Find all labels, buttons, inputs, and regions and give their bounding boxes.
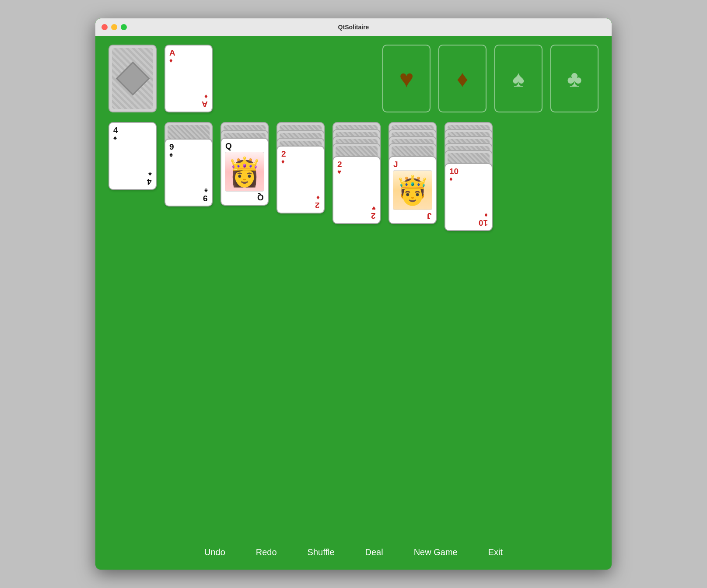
jack-art: 🤴 [393, 170, 432, 210]
foundation-spades-icon: ♠ [512, 66, 525, 92]
waste-rank-br: A [202, 100, 208, 108]
waste-suit-br: ♦ [204, 94, 208, 100]
foundation-clubs-icon: ♣ [567, 66, 582, 92]
foundation-spades[interactable]: ♠ [494, 45, 542, 112]
foundations: ♥ ♦ ♠ ♣ [382, 45, 598, 112]
undo-button[interactable]: Undo [200, 545, 230, 560]
tableau-col-3: Q ♠ Q ♠ 👸 [220, 122, 269, 225]
waste-rank: A [169, 49, 175, 57]
tableau-col-5: 2 ♥ 2 ♥ [332, 122, 381, 249]
foundation-diamonds[interactable]: ♦ [438, 45, 486, 112]
shuffle-button[interactable]: Shuffle [303, 545, 339, 560]
tableau-col-2: 9 ♠ 9 ♠ [164, 122, 213, 207]
tableau-card-4s[interactable]: 4 ♠ 4 ♠ [108, 122, 157, 190]
toolbar: Undo Redo Shuffle Deal New Game Exit [95, 537, 612, 570]
maximize-button[interactable] [121, 24, 127, 30]
foundation-hearts[interactable]: ♥ [382, 45, 430, 112]
tableau-col-7: 10 ♦ 10 ♦ [444, 122, 493, 266]
deal-button[interactable]: Deal [361, 545, 388, 560]
tableau-card-2h[interactable]: 2 ♥ 2 ♥ [332, 156, 381, 224]
tableau-card-qs[interactable]: Q ♠ Q ♠ 👸 [220, 138, 269, 206]
tableau-card-2d[interactable]: 2 ♦ 2 ♦ [276, 146, 325, 214]
tableau: 4 ♠ 4 ♠ 9 ♠ 9 ♠ [108, 122, 598, 266]
tableau-col-6: J ♥ J ♥ 🤴 [388, 122, 437, 258]
new-game-button[interactable]: New Game [410, 545, 462, 560]
stock-pile[interactable] [108, 45, 157, 112]
foundation-diamonds-icon: ♦ [457, 66, 469, 92]
window-controls [102, 24, 127, 30]
waste-suit: ♦ [169, 57, 173, 63]
window-title: QtSolitaire [338, 24, 369, 31]
foundation-hearts-icon: ♥ [399, 64, 413, 93]
minimize-button[interactable] [111, 24, 117, 30]
tableau-card-9s[interactable]: 9 ♠ 9 ♠ [164, 139, 213, 206]
tableau-card-10d[interactable]: 10 ♦ 10 ♦ [444, 163, 493, 231]
game-area: A ♦ A ♦ ♥ ♦ ♠ ♣ [95, 36, 612, 537]
waste-pile-top[interactable]: A ♦ A ♦ [164, 45, 213, 112]
redo-button[interactable]: Redo [252, 545, 281, 560]
exit-button[interactable]: Exit [484, 545, 507, 560]
close-button[interactable] [102, 24, 108, 30]
tableau-card-jh[interactable]: J ♥ J ♥ 🤴 [388, 156, 437, 224]
foundation-clubs[interactable]: ♣ [550, 45, 598, 112]
tableau-col-1: 4 ♠ 4 ♠ [108, 122, 157, 190]
tableau-col-4: 2 ♦ 2 ♦ [276, 122, 325, 236]
top-row: A ♦ A ♦ ♥ ♦ ♠ ♣ [108, 45, 598, 112]
queen-art: 👸 [225, 152, 264, 192]
title-bar: QtSolitaire [95, 18, 612, 36]
game-window: QtSolitaire A ♦ A ♦ ♥ [95, 18, 612, 570]
